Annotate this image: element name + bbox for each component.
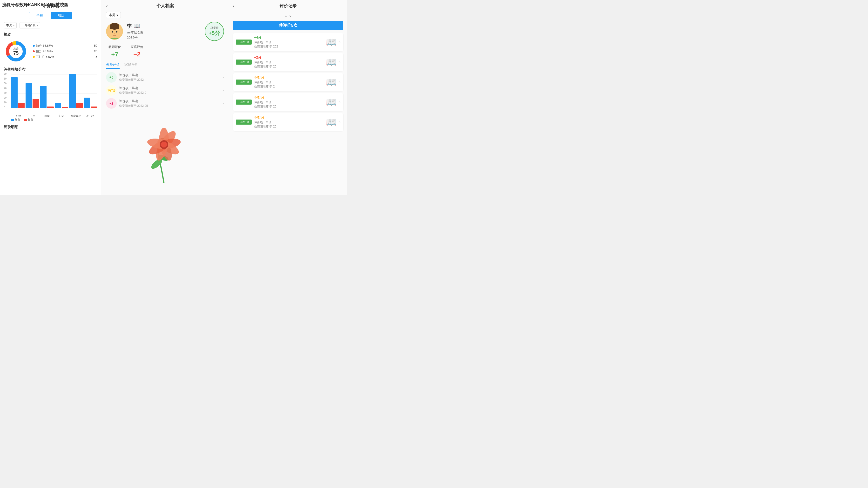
chevron-down-icon: ▾: [13, 24, 14, 27]
legend-deduct: 扣分 26.67% 20: [33, 50, 97, 54]
bar-group-hygiene: [26, 83, 39, 108]
record-score-2: −2分: [254, 56, 323, 60]
total-score-label: 总得分: [211, 26, 218, 30]
x-label-safety: 安全: [54, 114, 69, 118]
toggle-whole-school[interactable]: 全校: [29, 12, 51, 19]
legend-add: 加分 66.67% 50: [33, 44, 97, 48]
overview-row: 总分 75 加分 66.67% 50 扣分: [4, 39, 97, 63]
arrow-icon-2: ›: [223, 88, 224, 93]
eval-item-info-3: 评价项：早读 仇安阳老师于 2022-05-: [119, 99, 220, 108]
student-name: 李: [127, 23, 132, 29]
week-filter-row: 本周 ▾: [106, 12, 224, 18]
student-name-row: 李 📖: [127, 23, 201, 29]
panel-profile: ‹ 个人档案 本周 ▾: [101, 0, 229, 195]
bar-group-safety: [55, 103, 68, 108]
record-score-5: 不打分: [254, 116, 323, 120]
student-info: 李 📖 三年级2班 2032号: [127, 23, 201, 40]
record-detail-title-1: 评价项：早读: [254, 40, 323, 44]
dot-red: [33, 51, 35, 52]
bar-chart: 70 60 50 40 30 20 10 0: [4, 74, 97, 113]
eval-item-title-2: 评价项：早读: [119, 86, 220, 90]
record-score-3: 不打分: [254, 75, 323, 80]
legend-neutral: 不打分 6.67% 5: [33, 55, 97, 59]
bar-group-discipline: [11, 77, 25, 108]
week-filter-btn[interactable]: 本周 ▾: [106, 12, 121, 18]
teacher-eval-item: 教师评价 +7: [108, 45, 121, 58]
legend-neutral-pct: 6.67%: [46, 55, 54, 59]
chart-legend-add: 加分: [11, 118, 20, 122]
record-detail-sub-1: 仇安阳老师 于 202: [254, 44, 323, 49]
back-icon-profile[interactable]: ‹: [106, 3, 108, 9]
eval-item-2[interactable]: 不打分 评价项：早读 仇安阳老师于 2022-0 ›: [106, 85, 224, 96]
record-item-4[interactable]: 一年级3班 不打分 评价项：早读 仇安阳老师 于 20 📖 ›: [233, 93, 343, 111]
family-eval-value: −2: [131, 51, 143, 58]
legend-add-label: 加分: [36, 44, 42, 48]
dot-blue: [33, 45, 35, 47]
donut-label: 总分: [13, 47, 19, 51]
back-icon-records[interactable]: ‹: [233, 3, 235, 9]
class-filter[interactable]: 一年级1班 ▾: [20, 22, 40, 28]
record-detail-title-4: 评价项：早读: [254, 100, 323, 105]
book-icon-2: 📖: [326, 57, 337, 67]
week-filter[interactable]: 本周 ▾: [4, 22, 17, 28]
record-item-2[interactable]: 一年级3班 −2分 评价项：早读 仇安阳老师 于 20 📖 ›: [233, 53, 343, 71]
panel-profile-header: ‹ 个人档案: [106, 3, 224, 9]
record-arrow-1: ›: [339, 40, 340, 44]
panel-ranking: 评价排名 全校 班级 本周 ▾ 一年级1班 ▾ 概览: [0, 0, 101, 195]
eval-item-title-3: 评价项：早读: [119, 99, 220, 103]
record-item-5[interactable]: 一年级3班 不打分 评价项：早读 仇安阳老师 于 20 📖 ›: [233, 113, 343, 131]
scope-toggle: 全校 班级: [29, 12, 72, 19]
tab-family-eval[interactable]: 家庭评价: [124, 62, 138, 69]
record-info-3: 不打分 评价项：早读 仇安阳老师 于 2: [254, 75, 323, 89]
arrow-icon-1: ›: [223, 75, 224, 79]
tab-teacher-eval[interactable]: 教师评价: [106, 62, 120, 69]
eval-item-1[interactable]: +5 评价项：早读 仇安阳老师于 2022- ›: [106, 72, 224, 83]
record-arrow-2: ›: [339, 60, 340, 64]
record-item-1[interactable]: 一年级3班 +4分 评价项：早读 仇安阳老师 于 202 📖 ›: [233, 33, 343, 51]
family-eval-type: 家庭评价: [131, 45, 143, 49]
bar-blue-classroom: [69, 74, 76, 108]
toggle-class[interactable]: 班级: [51, 12, 72, 19]
record-detail-title-5: 评价项：早读: [254, 121, 323, 125]
svg-point-9: [114, 33, 115, 34]
record-detail-sub-3: 仇安阳老师 于 2: [254, 85, 323, 89]
family-eval-item: 家庭评价 −2: [131, 45, 143, 58]
book-icon: 📖: [133, 23, 140, 29]
class-tag-5: 一年级3班: [236, 120, 252, 125]
record-score-4: 不打分: [254, 95, 323, 100]
legend-box-red: [24, 119, 27, 121]
chevron-row: ⌄⌄: [233, 12, 343, 18]
chart-legend-add-label: 加分: [15, 118, 20, 122]
donut-legend: 加分 66.67% 50 扣分 26.67% 20: [33, 44, 97, 59]
record-detail-sub-2: 仇安阳老师 于 20: [254, 65, 323, 69]
student-id: 2032号: [127, 36, 201, 40]
eval-circle-1: +5: [106, 72, 117, 83]
watermark: 搜狐号@数峰KANKANAI智慧校园: [2, 2, 68, 8]
class-tag-2: 一年级3班: [236, 60, 252, 65]
record-detail-title-2: 评价项：早读: [254, 61, 323, 65]
chevron-down-icon: ▾: [37, 24, 38, 27]
bar-red-inout: [91, 106, 97, 108]
record-detail-title-3: 评价项：早读: [254, 80, 323, 85]
book-icon-5: 📖: [326, 117, 337, 127]
bar-blue-inout: [84, 98, 90, 108]
bar-red-safety: [62, 107, 68, 108]
eval-item-info-2: 评价项：早读 仇安阳老师于 2022-0: [119, 86, 220, 95]
svg-point-7: [112, 31, 113, 33]
eval-item-title-1: 评价项：早读: [119, 73, 220, 77]
donut-center: 总分 75: [13, 47, 19, 56]
eval-item-3[interactable]: −2 评价项：早读 仇安阳老师于 2022-05- ›: [106, 98, 224, 109]
svg-point-11: [120, 30, 122, 34]
legend-box-blue: [11, 119, 14, 121]
x-label-inout: 进出校: [83, 114, 97, 118]
overview-title: 概览: [4, 32, 97, 37]
teacher-eval-value: +7: [108, 51, 121, 58]
class-tag-1: 一年级3班: [236, 39, 252, 44]
x-label-hygiene: 卫生: [26, 114, 40, 118]
chart-legend-deduct: 扣分: [24, 118, 33, 122]
bar-blue-safety: [55, 103, 61, 108]
double-chevron-icon[interactable]: ⌄⌄: [284, 12, 292, 18]
filter-row: 本周 ▾ 一年级1班 ▾: [4, 22, 97, 28]
bar-blue-discipline: [11, 77, 18, 108]
record-item-3[interactable]: 一年级3班 不打分 评价项：早读 仇安阳老师 于 2 📖 ›: [233, 73, 343, 91]
